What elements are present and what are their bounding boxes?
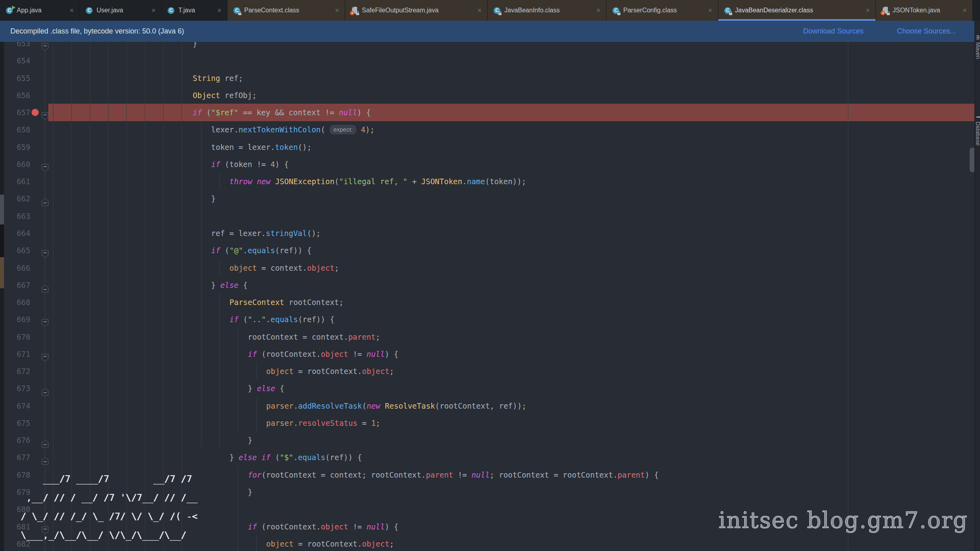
code-token-fld: resolveStatus <box>298 419 358 427</box>
code-token-mtd: equals <box>271 315 298 324</box>
code-token-txt: ( <box>239 315 248 324</box>
stripe-button-maven[interactable]: m Maven <box>975 35 980 59</box>
code-token-txt: (); <box>307 229 320 238</box>
tab-label: App.java <box>17 7 41 14</box>
code-line-676[interactable]: 676} <box>0 431 980 449</box>
tab-close-icon[interactable]: × <box>708 7 712 14</box>
line-number[interactable]: 655 <box>0 69 30 87</box>
choose-sources-link[interactable]: Choose Sources... <box>897 27 956 35</box>
code-token-txt: (ref)) { <box>298 315 335 324</box>
code-line-668[interactable]: 668ParseContext rootContext; <box>0 293 980 311</box>
code-line-677[interactable]: 677} else if ("$".equals(ref)) { <box>0 449 980 466</box>
code-token-txt <box>380 401 385 410</box>
code-token-prm: object <box>266 367 294 376</box>
code-token-txt: } <box>248 436 252 445</box>
code-line-653[interactable]: 653} <box>0 42 980 52</box>
code-token-txt: } <box>211 194 215 203</box>
download-sources-link[interactable]: Download Sources <box>803 27 863 35</box>
code-line-674[interactable]: 674parser.addResolveTask(new ResolveTask… <box>0 397 980 415</box>
code-line-657[interactable]: 657if ("$ref" == key && context != null)… <box>0 104 980 121</box>
line-number[interactable]: 669 <box>0 311 30 328</box>
code-token-kw: new <box>257 177 271 186</box>
line-number[interactable]: 660 <box>0 155 30 173</box>
tab-label: User.java <box>97 7 123 14</box>
readonly-lock-icon <box>729 13 732 15</box>
code-line-660[interactable]: 660if (token != 4) { <box>0 155 980 173</box>
tab-close-icon[interactable]: × <box>962 7 967 14</box>
code-line-663[interactable]: 663 <box>0 207 980 225</box>
code-token-kw: else <box>220 281 239 289</box>
tab-close-icon[interactable]: × <box>596 7 601 14</box>
tab-close-icon[interactable]: × <box>477 7 482 14</box>
code-token-txt: ref = lexer. <box>211 229 266 238</box>
code-token-txt: (ref)) { <box>325 453 362 462</box>
tab-close-icon[interactable]: × <box>335 7 339 14</box>
code-line-670[interactable]: 670rootContext = context.parent; <box>0 328 980 346</box>
line-number[interactable]: 668 <box>0 293 30 311</box>
line-number[interactable]: 666 <box>0 259 30 277</box>
line-number[interactable]: 653 <box>0 42 30 52</box>
line-number[interactable]: 672 <box>0 362 30 380</box>
line-number[interactable]: 659 <box>0 138 30 156</box>
code-token-txt: ( <box>271 453 280 462</box>
line-number[interactable]: 662 <box>0 190 30 207</box>
code-text: } <box>248 431 252 449</box>
code-token-kw: if <box>211 160 220 169</box>
tab-t-java[interactable]: CT.java× <box>162 0 227 21</box>
code-line-667[interactable]: 667} else { <box>0 276 980 294</box>
stripe-button-database[interactable]: Database <box>975 115 980 146</box>
code-line-675[interactable]: 675parser.resolveStatus = 1; <box>0 414 980 432</box>
tab-parserconfig-class[interactable]: CParserConfig.class× <box>607 0 718 21</box>
line-number[interactable]: 657 <box>0 104 30 121</box>
line-number[interactable]: 675 <box>0 414 30 432</box>
line-number[interactable]: 677 <box>0 449 30 466</box>
code-line-664[interactable]: 664ref = lexer.stringVal(); <box>0 224 980 242</box>
code-token-txt: = rootContext. <box>294 367 362 376</box>
code-line-654[interactable]: 654 <box>0 52 980 69</box>
tab-safefileoutputstream-java[interactable]: JSafeFileOutputStream.java× <box>345 0 488 21</box>
tab-javabeandeserializer-class[interactable]: CJavaBeanDeserializer.class× <box>718 0 876 21</box>
code-token-txt: ) { <box>357 108 371 117</box>
line-number[interactable]: 663 <box>0 207 30 225</box>
line-number[interactable]: 665 <box>0 242 30 259</box>
code-line-661[interactable]: 661throw new JSONException("illegal ref,… <box>0 173 980 190</box>
tab-close-icon[interactable]: × <box>217 7 221 14</box>
tab-close-icon[interactable]: × <box>151 7 156 14</box>
tab-close-icon[interactable]: × <box>69 7 74 14</box>
code-token-txt: rootContext = context. <box>248 333 348 341</box>
code-line-672[interactable]: 672object = rootContext.object; <box>0 362 980 380</box>
code-text: if (token != 4) { <box>211 155 289 173</box>
line-number[interactable]: 673 <box>0 380 30 397</box>
breakpoint-icon[interactable] <box>32 109 39 116</box>
code-line-659[interactable]: 659token = lexer.token(); <box>0 138 980 156</box>
line-number[interactable]: 676 <box>0 431 30 449</box>
line-number[interactable]: 654 <box>0 52 30 69</box>
code-token-cls: Object <box>193 91 220 100</box>
line-number[interactable]: 664 <box>0 224 30 242</box>
code-token-txt: ; rootContext = rootContext. <box>490 470 617 479</box>
code-line-656[interactable]: 656Object refObj; <box>0 87 980 104</box>
line-number[interactable]: 661 <box>0 173 30 190</box>
line-number[interactable]: 674 <box>0 397 30 415</box>
line-number[interactable]: 670 <box>0 328 30 346</box>
tab-app-java[interactable]: CApp.java× <box>0 0 80 21</box>
tab-javabeaninfo-class[interactable]: CJavaBeanInfo.class× <box>488 0 607 21</box>
code-line-665[interactable]: 665if ("@".equals(ref)) { <box>0 242 980 259</box>
code-line-671[interactable]: 671if (rootContext.object != null) { <box>0 345 980 363</box>
line-number[interactable]: 667 <box>0 276 30 294</box>
line-number[interactable]: 671 <box>0 345 30 363</box>
line-number[interactable]: 656 <box>0 87 30 104</box>
code-line-655[interactable]: 655String ref; <box>0 69 980 87</box>
code-line-666[interactable]: 666object = context.object; <box>0 259 980 277</box>
code-line-662[interactable]: 662} <box>0 190 980 207</box>
tab-user-java[interactable]: CUser.java× <box>80 0 162 21</box>
code-line-669[interactable]: 669if ("..".equals(ref)) { <box>0 311 980 328</box>
code-line-673[interactable]: 673} else { <box>0 380 980 397</box>
line-number[interactable]: 658 <box>0 121 30 138</box>
tab-jsontoken-java[interactable]: JJSONToken.java× <box>876 0 973 21</box>
tab-close-icon[interactable]: × <box>865 7 870 14</box>
code-token-num: 1 <box>371 419 375 427</box>
code-token-txt: = rootContext. <box>294 539 362 548</box>
tab-parsecontext-class[interactable]: CParseContext.class× <box>227 0 345 21</box>
code-line-658[interactable]: 658lexer.nextTokenWithColon( expect: 4); <box>0 121 980 138</box>
